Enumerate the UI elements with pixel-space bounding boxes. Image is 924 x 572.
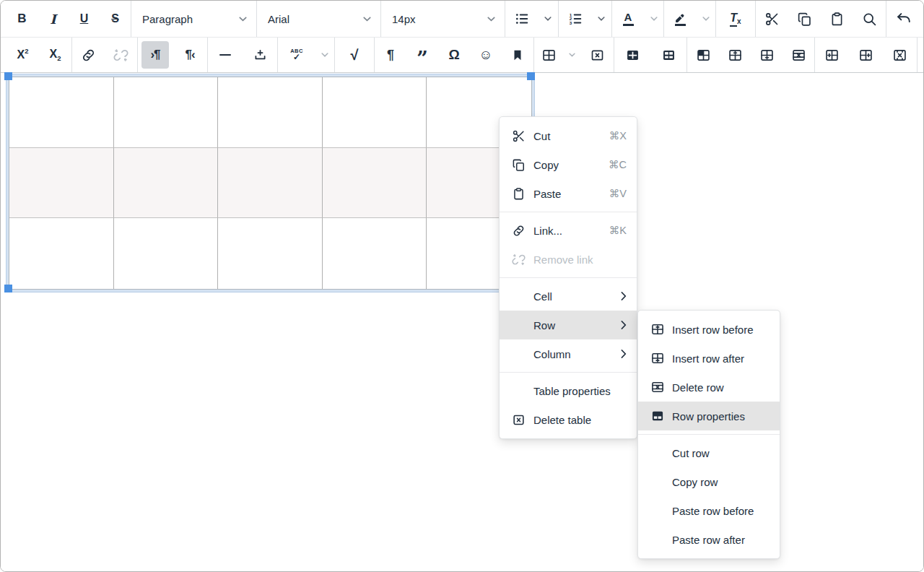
editor-window: B I U S Paragraph Arial 14px 123 [0,0,924,572]
cell-properties-button[interactable] [687,38,719,72]
table-cell[interactable] [114,148,219,219]
special-character-button[interactable]: Ω [438,38,470,72]
spellcheck-button[interactable]: ABC✓ [278,38,315,72]
menu-item-label: Link... [533,225,562,237]
menu-item-link[interactable]: Link... ⌘K [500,216,637,245]
rtl-button[interactable]: ¶‹ [173,38,207,72]
remove-link-button[interactable] [105,38,137,72]
text-color-icon: A [623,12,634,26]
insert-column-before-button[interactable] [815,38,849,72]
insert-table-button[interactable] [534,38,563,72]
paste-button[interactable] [821,1,853,37]
menu-item-cell[interactable]: Cell [500,282,637,311]
submenu-item-delete-row[interactable]: Delete row [638,373,780,402]
text-color-menu-button[interactable] [644,1,663,37]
table-cell[interactable] [323,77,427,148]
table-resize-handle-top-right[interactable] [527,72,535,80]
row-properties-button[interactable] [650,38,687,72]
insert-formula-button[interactable]: √ [335,38,374,72]
menu-separator [500,372,637,373]
insert-row-before-button[interactable] [719,38,751,72]
insert-row-after-icon [759,48,775,63]
bullet-list-button[interactable] [505,1,538,37]
highlight-color-menu-button[interactable] [696,1,715,37]
horizontal-rule-button[interactable] [208,38,243,72]
chevron-right-icon [621,350,627,358]
table-cell[interactable] [114,77,219,148]
chevron-down-icon [569,53,575,57]
emoji-button[interactable]: ☺ [470,38,502,72]
underline-button[interactable]: U [69,1,100,37]
menu-item-shortcut: ⌘K [609,225,627,236]
submenu-item-paste-row-after[interactable]: Paste row after [638,525,780,554]
table-cell[interactable] [218,148,323,219]
copy-button[interactable] [788,1,821,37]
table-cell[interactable] [9,77,114,148]
submenu-item-cut-row[interactable]: Cut row [638,438,780,467]
table-cell[interactable] [218,77,323,148]
delete-table-button[interactable] [580,38,614,72]
table-cell[interactable] [9,148,114,219]
submenu-item-copy-row[interactable]: Copy row [638,467,780,496]
delete-row-button[interactable] [783,38,814,72]
italic-button[interactable]: I [38,1,69,37]
ltr-button[interactable]: ›¶ [138,38,173,72]
menu-item-label: Row properties [672,410,745,422]
table-resize-handle-top-left[interactable] [4,72,12,80]
submenu-item-insert-row-before[interactable]: Insert row before [638,315,780,344]
editor-canvas[interactable]: Cut ⌘X Copy ⌘C Paste ⌘V Link... ⌘K Re [1,74,923,571]
submenu-item-paste-row-before[interactable]: Paste row before [638,496,780,525]
table-cell[interactable] [9,218,114,289]
insert-row-after-button[interactable] [751,38,783,72]
table-cell[interactable] [114,218,219,289]
cut-button[interactable] [756,1,788,37]
menu-item-label: Delete table [533,414,591,426]
block-format-value: Paragraph [142,13,193,25]
delete-column-button[interactable] [883,38,917,72]
menu-item-shortcut: ⌘X [609,130,627,142]
bookmark-button[interactable] [502,38,533,72]
menu-item-paste[interactable]: Paste ⌘V [500,179,637,208]
numbered-list-menu-button[interactable] [591,1,611,37]
table-cell[interactable] [323,148,427,219]
superscript-button[interactable]: X2 [6,38,39,72]
menu-item-copy[interactable]: Copy ⌘C [500,150,637,179]
numbered-list-button[interactable]: 123 [559,1,591,37]
menu-item-remove-link[interactable]: Remove link [500,245,637,274]
insert-table-menu-button[interactable] [563,38,580,72]
bold-button[interactable]: B [6,1,38,37]
copy-icon [510,158,528,172]
font-size-select[interactable]: 14px [381,1,505,37]
block-format-select[interactable]: Paragraph [131,1,256,37]
editor-table[interactable] [9,77,532,290]
spellcheck-menu-button[interactable] [315,38,334,72]
subscript-button[interactable]: X2 [39,38,71,72]
table-cell[interactable] [323,218,427,289]
submenu-item-insert-row-after[interactable]: Insert row after [638,344,780,373]
insert-column-after-button[interactable] [849,38,883,72]
clear-formatting-button[interactable]: Tx [716,1,755,37]
insert-link-button[interactable] [72,38,105,72]
menu-item-row[interactable]: Row [500,311,637,339]
table-resize-handle-bottom-left[interactable] [4,285,12,292]
table-cell[interactable] [218,218,323,289]
blockquote-button[interactable]: ” [406,38,438,72]
search-button[interactable] [853,1,886,37]
text-color-button[interactable]: A [612,1,644,37]
highlight-color-button[interactable] [664,1,696,37]
menu-item-column[interactable]: Column [500,339,637,368]
nonbreaking-space-button[interactable] [243,38,277,72]
paragraph-marks-button[interactable]: ¶ [375,38,406,72]
font-family-value: Arial [268,13,289,25]
table-properties-button[interactable] [614,38,650,72]
undo-button[interactable] [886,1,920,37]
menu-item-delete-table[interactable]: Delete table [500,405,637,434]
font-family-select[interactable]: Arial [257,1,380,37]
menu-item-cut[interactable]: Cut ⌘X [500,121,637,150]
menu-separator [500,212,637,212]
toolbar-row-1: B I U S Paragraph Arial 14px 123 [1,1,923,38]
menu-item-table-properties[interactable]: Table properties [500,376,637,405]
strikethrough-button[interactable]: S [100,1,131,37]
bullet-list-menu-button[interactable] [538,1,558,37]
submenu-item-row-properties[interactable]: Row properties [638,402,780,430]
